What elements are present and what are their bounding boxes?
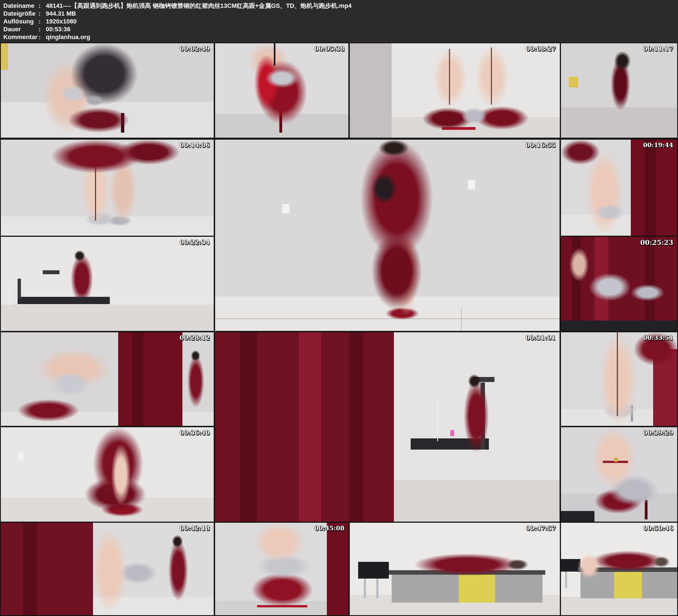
timestamp-label: 00:50:46 [643, 525, 673, 532]
thumbnail-00-22-34: 00:22:34 [1, 237, 214, 331]
timestamp-label: 00:45:08 [314, 525, 344, 532]
meta-separator: : [39, 33, 46, 41]
meta-separator: : [39, 2, 46, 10]
timestamp-label: 00:11:17 [643, 45, 673, 52]
thumbnail-00-31-01: 00:31:01 [215, 332, 560, 522]
thumbnail-00-33-51: 00:33:51 [561, 332, 677, 426]
meta-value-filename: 48141----【高跟遇到跑步机】炮机强高 钢枷铐镣禁锢的红裙肉丝13CM红高… [46, 2, 352, 10]
timestamp-label: 00:19:44 [643, 141, 673, 149]
thumbnail-00-39-29: 00:39:29 [561, 427, 677, 522]
meta-separator: : [39, 17, 46, 26]
meta-label-comment: Kommentar [3, 33, 39, 41]
meta-row-comment: Kommentar : qinglanhua.org [0, 33, 678, 41]
thumbnail-00-16-55: 00:16:55 [215, 140, 560, 331]
meta-value-duration: 00:53:36 [46, 26, 70, 33]
thumbnail-00-42-18: 00:42:18 [1, 523, 214, 615]
thumbnail-00-05-38: 00:05:38 [215, 43, 348, 138]
timestamp-label: 00:39:29 [643, 429, 673, 436]
timestamp-label: 00:36:40 [180, 429, 210, 436]
meta-row-filesize: Dateigröße : 944.31 MB [0, 10, 678, 17]
meta-value-comment: qinglanhua.org [46, 33, 90, 41]
timestamp-label: 00:05:38 [314, 45, 344, 52]
meta-label-filesize: Dateigröße [3, 10, 39, 17]
thumbnail-00-08-27: 00:08:27 [350, 43, 560, 138]
thumbnail-00-19-44: 00:19:44 [561, 140, 677, 236]
meta-value-resolution: 1920x1080 [46, 17, 77, 26]
timestamp-label: 00:22:34 [180, 238, 210, 246]
meta-row-filename: Dateiname : 48141----【高跟遇到跑步机】炮机强高 钢枷铐镣禁… [0, 2, 678, 10]
thumbnail-00-02-49: 00:02:49 [1, 43, 214, 138]
thumbnail-00-50-46: 00:50:46 [561, 523, 677, 615]
timestamp-label: 00:08:27 [526, 45, 556, 52]
meta-label-duration: Dauer [3, 26, 39, 33]
file-info-header: Dateiname : 48141----【高跟遇到跑步机】炮机强高 钢枷铐镣禁… [0, 0, 678, 42]
timestamp-label: 00:42:18 [180, 525, 210, 532]
timestamp-label: 00:02:49 [180, 45, 210, 52]
timestamp-label: 00:47:57 [526, 525, 556, 532]
meta-separator: : [39, 26, 46, 33]
thumbnail-00-28-12: 00:28:12 [1, 332, 214, 426]
timestamp-label: 00:14:06 [180, 141, 210, 149]
meta-row-duration: Dauer : 00:53:36 [0, 26, 678, 33]
timestamp-label: 00:33:51 [643, 334, 673, 341]
meta-label-resolution: Auflösung [3, 17, 39, 26]
timestamp-label: 00:25:23 [640, 238, 673, 246]
meta-separator: : [39, 10, 46, 17]
thumbnail-00-45-08: 00:45:08 [215, 523, 348, 615]
meta-row-resolution: Auflösung : 1920x1080 [0, 17, 678, 26]
meta-value-filesize: 944.31 MB [46, 10, 76, 17]
thumbnail-00-25-23: 00:25:23 [561, 237, 677, 331]
meta-label-filename: Dateiname [3, 2, 39, 10]
timestamp-label: 00:31:01 [525, 334, 556, 341]
thumbnail-00-36-40: 00:36:40 [1, 427, 214, 522]
thumbnail-00-14-06: 00:14:06 [1, 140, 214, 236]
thumbnail-00-11-17: 00:11:17 [561, 43, 677, 138]
timestamp-label: 00:16:55 [525, 141, 556, 149]
thumbnail-00-47-57: 00:47:57 [350, 523, 560, 615]
timestamp-label: 00:28:12 [180, 334, 210, 341]
